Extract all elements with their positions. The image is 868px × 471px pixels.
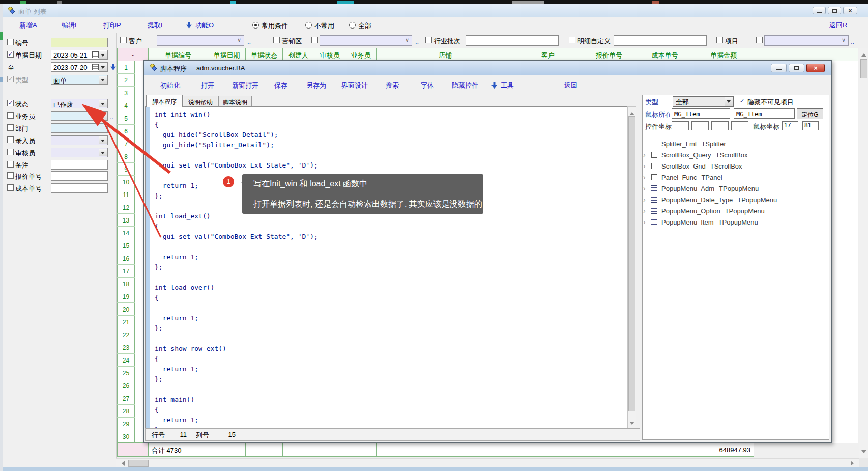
- tree-item-PopupMenu_Item[interactable]: PopupMenu_ItemTPopupMenu: [661, 218, 824, 229]
- annotation-badge: 1: [223, 176, 234, 187]
- tab-script-code[interactable]: 脚本程序: [146, 95, 183, 107]
- annotation-line2: 打开单据列表时, 还是会自动检索出数据了. 其实应该是没数据的: [253, 199, 482, 210]
- tree-item-type: TScrollBox: [716, 151, 748, 159]
- tree-expander-icon[interactable]: ›: [643, 207, 646, 215]
- tree-expander-icon[interactable]: ›: [643, 218, 646, 226]
- tree-item-Splitter_Lmt[interactable]: Splitter_LmtTSplitter: [661, 140, 824, 150]
- tree-expander-icon[interactable]: ›: [643, 196, 646, 204]
- tree-expander-icon[interactable]: ›: [643, 162, 646, 170]
- tree-item-name: PopupMenu_Adm: [661, 185, 714, 192]
- tree-item-type: TSplitter: [701, 140, 726, 148]
- screen: 面单 列表 × 新增A 编辑E 打印P 提取E 功能O 常用条件 不常用 全部 …: [0, 0, 868, 471]
- tree-item-ScrollBox_Query[interactable]: ScrollBox_QueryTScrollBox: [661, 151, 824, 161]
- tree-expander-icon[interactable]: ›: [643, 184, 646, 192]
- splitter-icon: [647, 143, 653, 147]
- tree-item-Panel_Func[interactable]: Panel_FuncTPanel: [661, 174, 824, 184]
- tree-item-type: TPopupMenu: [718, 218, 758, 226]
- annotation-line1: 写在Init_win 和 load_ext 函数中: [253, 179, 367, 189]
- tree-expander-icon[interactable]: ›: [643, 151, 646, 159]
- tree-item-type: TScrollBox: [710, 162, 742, 170]
- annotation-tooltip: 写在Init_win 和 load_ext 函数中 打开单据列表时, 还是会自动…: [242, 174, 483, 214]
- control-tree: Splitter_LmtTSplitter›ScrollBox_QueryTSc…: [0, 0, 868, 471]
- scrollbox-icon[interactable]: [651, 174, 657, 180]
- tree-item-PopupMenu_Adm[interactable]: PopupMenu_AdmTPopupMenu: [661, 185, 824, 195]
- tree-item-name: ScrollBox_Query: [661, 151, 711, 159]
- tree-item-type: TPanel: [701, 174, 722, 181]
- scrollbox-icon[interactable]: [651, 152, 657, 158]
- tree-item-type: TPopupMenu: [725, 207, 765, 215]
- tree-item-name: PopupMenu_Option: [661, 207, 720, 215]
- popup-menu-icon[interactable]: [651, 208, 657, 214]
- tree-item-name: Splitter_Lmt: [661, 140, 697, 148]
- tree-item-name: PopupMenu_Item: [661, 218, 714, 226]
- tree-item-type: TPopupMenu: [719, 185, 759, 192]
- popup-menu-icon[interactable]: [651, 219, 657, 225]
- scrollbox-icon[interactable]: [651, 163, 657, 169]
- tree-item-type: TPopupMenu: [737, 196, 777, 204]
- tree-item-ScrollBox_Grid[interactable]: ScrollBox_GridTScrollBox: [661, 162, 824, 173]
- popup-menu-icon[interactable]: [651, 185, 657, 191]
- popup-menu-icon[interactable]: [651, 197, 657, 203]
- tree-item-PopupMenu_Option[interactable]: PopupMenu_OptionTPopupMenu: [661, 207, 824, 217]
- tree-item-name: ScrollBox_Grid: [661, 162, 706, 170]
- tree-expander-icon[interactable]: ›: [643, 173, 646, 181]
- tree-item-PopupMenu_Date_Type[interactable]: PopupMenu_Date_TypeTPopupMenu: [661, 196, 824, 206]
- tree-item-name: Panel_Func: [661, 174, 697, 181]
- tree-item-name: PopupMenu_Date_Type: [661, 196, 733, 204]
- tooltip-notch: [238, 179, 245, 185]
